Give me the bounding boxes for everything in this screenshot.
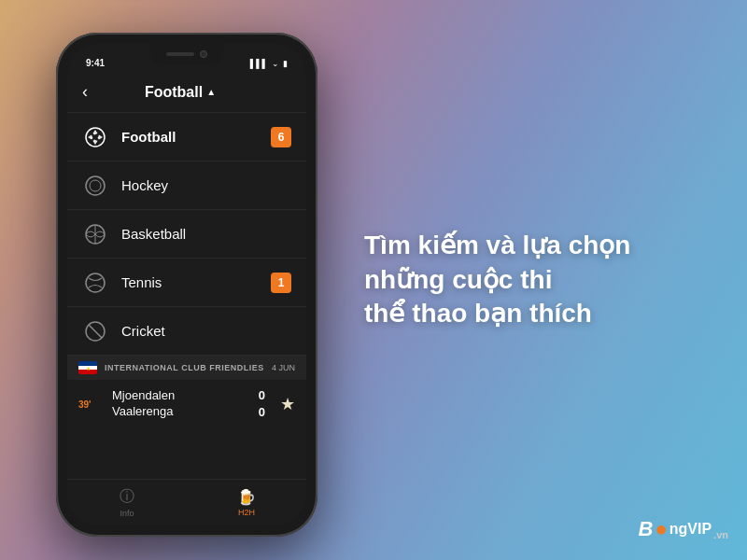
header-title-text: Football xyxy=(145,84,203,101)
signal-icon: ▌▌▌ xyxy=(250,59,268,68)
league-date: 4 JUN xyxy=(272,363,295,372)
team2-name: Vaalerenga xyxy=(112,404,251,418)
basketball-icon xyxy=(82,221,108,247)
logo-text: ngVIP xyxy=(669,521,712,538)
sport-item-cricket[interactable]: Cricket xyxy=(67,307,306,356)
phone-notch xyxy=(149,44,224,64)
info-tab-label: Info xyxy=(120,509,134,518)
league-name: INTERNATIONAL CLUB FRIENDLIES xyxy=(105,363,264,372)
league-flag xyxy=(78,361,97,374)
favorite-star[interactable]: ★ xyxy=(280,394,295,414)
app-header: ‹ Football ▲ xyxy=(67,72,306,113)
match-time: 39' xyxy=(78,399,105,410)
match-row[interactable]: 39' Mjoendalen Vaalerenga 0 0 ★ xyxy=(67,380,306,428)
svg-point-5 xyxy=(86,176,105,195)
league-header: INTERNATIONAL CLUB FRIENDLIES 4 JUN xyxy=(67,356,306,380)
notch-speaker xyxy=(166,52,194,56)
tab-bar: ⓘ Info 🍺 H2H xyxy=(67,479,306,525)
svg-marker-2 xyxy=(93,139,98,145)
wifi-icon: ⌄ xyxy=(272,59,279,68)
promo-line2: những cuộc thi xyxy=(364,263,630,297)
status-time: 9:41 xyxy=(86,58,105,68)
score2: 0 xyxy=(259,404,265,421)
tennis-label: Tennis xyxy=(121,274,271,290)
tab-h2h[interactable]: 🍺 H2H xyxy=(187,488,306,517)
tab-info[interactable]: ⓘ Info xyxy=(67,487,187,518)
basketball-label: Basketball xyxy=(121,226,291,242)
h2h-tab-icon: 🍺 xyxy=(237,488,256,506)
sport-item-hockey[interactable]: Hockey xyxy=(67,161,306,210)
phone-screen: 9:41 ▌▌▌ ⌄ ▮ ‹ Football ▲ xyxy=(67,44,306,525)
football-badge: 6 xyxy=(271,127,291,147)
battery-icon: ▮ xyxy=(283,59,288,68)
sport-item-tennis[interactable]: Tennis 1 xyxy=(67,259,306,307)
header-dropdown-arrow[interactable]: ▲ xyxy=(206,87,216,97)
sport-item-football[interactable]: Football 6 xyxy=(67,113,306,161)
match-scores: 0 0 xyxy=(259,387,265,421)
logo-dot-icon: ● xyxy=(655,517,667,541)
phone-device: 9:41 ▌▌▌ ⌄ ▮ ‹ Football ▲ xyxy=(56,33,317,537)
football-icon xyxy=(82,124,108,150)
svg-marker-4 xyxy=(98,134,104,139)
hockey-label: Hockey xyxy=(121,177,291,193)
promo-line1: Tìm kiếm và lựa chọn xyxy=(364,229,630,262)
logo-b-icon: B xyxy=(639,517,654,541)
match-section: INTERNATIONAL CLUB FRIENDLIES 4 JUN 39' … xyxy=(67,356,306,428)
sport-item-basketball[interactable]: Basketball xyxy=(67,210,306,259)
h2h-tab-label: H2H xyxy=(238,508,255,517)
header-title-group: Football ▲ xyxy=(145,84,216,101)
logo-suffix: .vn xyxy=(713,529,728,540)
cricket-icon xyxy=(82,318,108,344)
promo-line3: thể thao bạn thích xyxy=(364,297,630,330)
hockey-icon xyxy=(82,173,108,199)
notch-camera xyxy=(200,50,207,58)
svg-point-9 xyxy=(86,273,105,292)
back-button[interactable]: ‹ xyxy=(82,82,88,102)
phone-wrapper: 9:41 ▌▌▌ ⌄ ▮ ‹ Football ▲ xyxy=(56,33,317,537)
status-icons: ▌▌▌ ⌄ ▮ xyxy=(250,59,288,68)
svg-point-6 xyxy=(90,180,101,191)
football-label: Football xyxy=(121,129,271,145)
svg-line-11 xyxy=(89,325,102,338)
info-tab-icon: ⓘ xyxy=(120,487,134,507)
svg-marker-3 xyxy=(88,134,93,139)
cricket-label: Cricket xyxy=(121,323,291,339)
match-teams: Mjoendalen Vaalerenga xyxy=(112,388,251,420)
bongvip-logo: B ● ngVIP .vn xyxy=(639,517,728,541)
team1-name: Mjoendalen xyxy=(112,388,251,402)
promo-text-block: Tìm kiếm và lựa chọn những cuộc thi thể … xyxy=(364,229,630,330)
tennis-badge: 1 xyxy=(271,273,291,293)
sport-list: Football 6 Hockey xyxy=(67,113,306,479)
score1: 0 xyxy=(259,387,265,404)
svg-marker-1 xyxy=(93,130,98,135)
tennis-icon xyxy=(82,270,108,296)
